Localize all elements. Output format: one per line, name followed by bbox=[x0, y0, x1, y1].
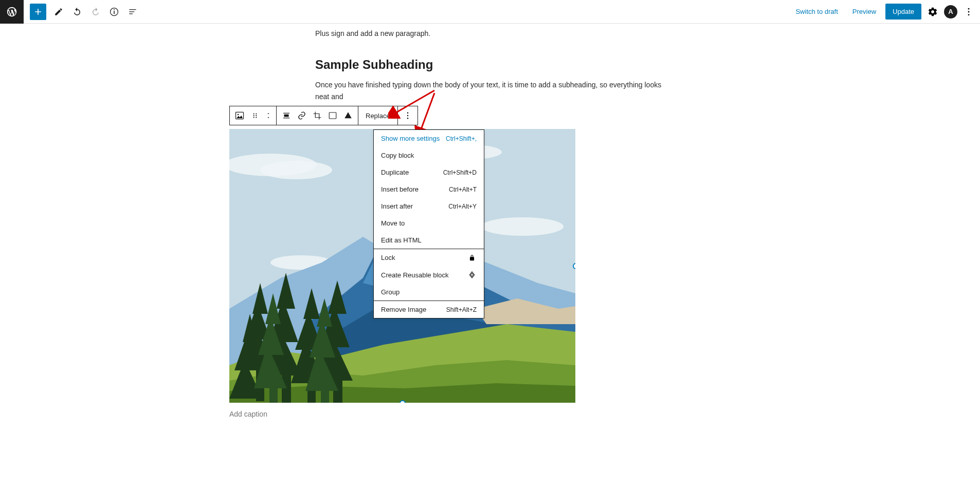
vertical-dots-icon bbox=[964, 7, 974, 17]
redo-button[interactable] bbox=[87, 4, 104, 20]
editor-top-bar: Switch to draft Preview Update A bbox=[0, 0, 980, 24]
svg-point-5 bbox=[968, 14, 970, 15]
svg-point-4 bbox=[968, 11, 970, 12]
wordpress-logo[interactable] bbox=[0, 0, 24, 24]
svg-point-3 bbox=[968, 8, 970, 9]
top-bar-left bbox=[0, 0, 142, 23]
options-button[interactable] bbox=[961, 5, 976, 19]
tools-button[interactable] bbox=[50, 4, 67, 20]
info-icon bbox=[109, 7, 119, 17]
list-view-button[interactable] bbox=[124, 4, 141, 20]
plus-icon bbox=[33, 7, 43, 17]
user-avatar[interactable]: A bbox=[944, 5, 957, 18]
svg-rect-2 bbox=[114, 9, 115, 10]
switch-to-draft-button[interactable]: Switch to draft bbox=[790, 5, 843, 18]
gear-icon bbox=[928, 7, 938, 17]
undo-icon bbox=[72, 7, 82, 16]
details-button[interactable] bbox=[106, 4, 122, 20]
redo-icon bbox=[91, 7, 100, 16]
svg-rect-1 bbox=[114, 11, 115, 14]
top-bar-right: Switch to draft Preview Update A bbox=[790, 4, 976, 20]
list-view-icon bbox=[128, 7, 138, 17]
update-button[interactable]: Update bbox=[885, 4, 921, 20]
preview-button[interactable]: Preview bbox=[847, 5, 881, 18]
add-block-button[interactable] bbox=[30, 4, 46, 20]
undo-button[interactable] bbox=[69, 4, 85, 20]
settings-button[interactable] bbox=[925, 5, 940, 19]
pencil-icon bbox=[54, 7, 63, 16]
wordpress-icon bbox=[6, 6, 17, 17]
